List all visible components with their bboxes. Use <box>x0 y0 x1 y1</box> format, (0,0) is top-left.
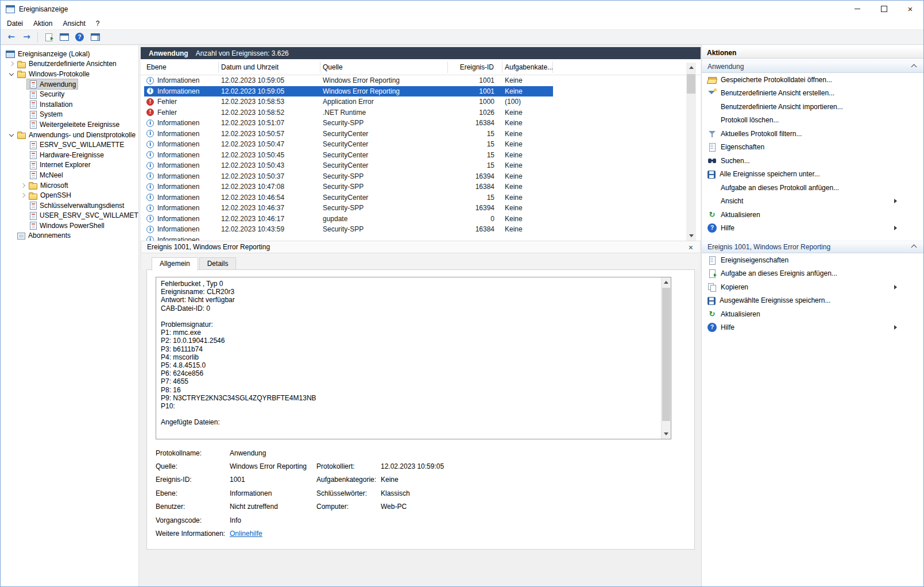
tree-item-windows-protokolle[interactable]: Windows-Protokolle <box>1 69 138 79</box>
tree-indent <box>1 185 19 186</box>
action-kopieren[interactable]: Kopieren <box>702 280 923 294</box>
subscriptions-icon <box>17 233 25 240</box>
column-header-datum-und-uhrzeit[interactable]: Datum und Uhrzeit <box>219 61 320 73</box>
tree-item-microsoft[interactable]: Microsoft <box>1 180 138 191</box>
tree-indent <box>1 165 19 165</box>
tree-item-openssh[interactable]: OpenSSH <box>1 190 138 200</box>
tree-item-hardware-ereignisse[interactable]: Hardware-Ereignisse <box>1 150 138 160</box>
column-header-aufgabenkate[interactable]: Aufgabenkate... <box>502 61 553 73</box>
event-row[interactable]: Informationen <box>144 235 553 241</box>
event-row[interactable]: Informationen12.02.2023 10:50:37Security… <box>144 171 553 182</box>
action-alle-ereignisse-speichern-unter[interactable]: Alle Ereignisse speichern unter... <box>702 168 923 181</box>
chevron-expanded-icon[interactable] <box>7 70 16 78</box>
tree-item-esrv-svc-willamette[interactable]: ESRV_SVC_WILLAMETTE <box>1 140 138 150</box>
action-protokoll-l-schen[interactable]: Protokoll löschen... <box>702 114 923 128</box>
event-row[interactable]: Fehler12.02.2023 10:58:53Application Err… <box>144 96 553 107</box>
chevron-collapsed-icon[interactable] <box>19 191 27 199</box>
action-aufgabe-an-dieses-protokoll-anf-gen[interactable]: Aufgabe an dieses Protokoll anfügen... <box>702 181 923 195</box>
tree-item-box: Anwendungs- und Dienstprotokolle <box>16 130 137 140</box>
action-aktualisieren[interactable]: Aktualisieren <box>702 208 923 222</box>
action-benutzerdefinierte-ansicht-erstellen[interactable]: Benutzerdefinierte Ansicht erstellen... <box>702 87 923 101</box>
menu-item-aktion[interactable]: Aktion <box>28 18 57 29</box>
folder-icon <box>17 133 26 139</box>
action-suchen[interactable]: Suchen... <box>702 154 923 168</box>
column-header-quelle[interactable]: Quelle <box>320 61 448 73</box>
export-icon[interactable] <box>41 30 56 44</box>
event-row[interactable]: Informationen12.02.2023 10:50:45Security… <box>144 150 553 161</box>
scroll-up-icon[interactable] <box>686 63 696 72</box>
close-icon[interactable]: × <box>689 241 693 254</box>
event-row[interactable]: Informationen12.02.2023 10:46:54Security… <box>144 192 553 203</box>
back-icon[interactable] <box>4 30 18 44</box>
tree-item-benutzerdefinierte-ansichten[interactable]: Benutzerdefinierte Ansichten <box>1 59 138 69</box>
column-header-ereignis-id[interactable]: Ereignis-ID <box>448 61 502 73</box>
tree-item-installation[interactable]: Installation <box>1 99 138 110</box>
event-row[interactable]: Informationen12.02.2023 10:47:08Security… <box>144 181 553 192</box>
action-ausgew-hlte-ereignisse-speichern[interactable]: Ausgewählte Ereignisse speichern... <box>702 294 923 308</box>
action-section-header-anwendung[interactable]: Anwendung <box>702 60 923 73</box>
action-gespeicherte-protokolldatei-ffnen[interactable]: Gespeicherte Protokolldatei öffnen... <box>702 73 923 87</box>
tree-item-anwendung[interactable]: Anwendung <box>1 79 138 90</box>
action-aufgabe-an-dieses-ereignis-anf-gen[interactable]: Aufgabe an dieses Ereignis anfügen... <box>702 267 923 281</box>
close-button[interactable]: × <box>897 1 923 17</box>
column-header-ebene[interactable]: Ebene <box>144 61 219 73</box>
tree-item-internet-explorer[interactable]: Internet Explorer <box>1 160 138 171</box>
event-row[interactable]: Informationen12.02.2023 10:50:57Security… <box>144 129 553 140</box>
action-ansicht[interactable]: Ansicht <box>702 195 923 208</box>
tree-item-user-esrv-svc-willamette[interactable]: USER_ESRV_SVC_WILLAMETTE <box>1 211 138 221</box>
event-row[interactable]: Informationen12.02.2023 10:59:05Windows … <box>144 75 553 86</box>
tree-item-anwendungs-und-dienstprotokolle[interactable]: Anwendungs- und Dienstprotokolle <box>1 130 138 140</box>
collapse-chevron-icon[interactable] <box>911 64 917 69</box>
tree-item-schl-sselverwaltungsdienst[interactable]: Schlüsselverwaltungsdienst <box>1 200 138 211</box>
minimize-button[interactable] <box>844 1 871 17</box>
event-row[interactable]: Informationen12.02.2023 10:51:07Security… <box>144 118 553 129</box>
event-row[interactable]: Informationen12.02.2023 10:46:17gupdate0… <box>144 214 553 225</box>
tree-item-box: Windows-Protokolle <box>16 69 91 79</box>
action-eigenschaften[interactable]: Eigenschaften <box>702 141 923 155</box>
menu-item-datei[interactable]: Datei <box>2 18 28 29</box>
online-help-link[interactable]: Onlinehilfe <box>230 530 316 538</box>
scrollbar-thumb[interactable] <box>662 288 670 421</box>
tree-item-ereignisanzeige-lokal[interactable]: Ereignisanzeige (Lokal) <box>1 49 138 59</box>
event-row[interactable]: Informationen12.02.2023 10:59:05Windows … <box>144 86 553 97</box>
scroll-down-icon[interactable] <box>686 231 696 241</box>
scroll-up-icon[interactable] <box>662 277 671 287</box>
tree-item-windows-powershell[interactable]: Windows PowerShell <box>1 221 138 231</box>
forward-icon[interactable] <box>20 30 34 44</box>
tab-allgemein[interactable]: Allgemein <box>152 257 198 271</box>
action-hilfe[interactable]: Hilfe <box>702 222 923 235</box>
action-pane-icon[interactable] <box>88 30 102 44</box>
event-list-scrollbar[interactable] <box>686 63 696 241</box>
tree-item-weitergeleitete-ereignisse[interactable]: Weitergeleitete Ereignisse <box>1 119 138 130</box>
event-row[interactable]: Informationen12.02.2023 10:50:47Security… <box>144 139 553 150</box>
cell-level: Informationen <box>144 235 219 241</box>
collapse-chevron-icon[interactable] <box>911 244 917 250</box>
chevron-collapsed-icon[interactable] <box>7 60 16 68</box>
menu-item-help[interactable]: ? <box>91 18 105 29</box>
console-window-icon[interactable] <box>57 30 71 44</box>
tree-item-abonnements[interactable]: Abonnements <box>1 231 138 241</box>
action-section-header-ereignis-1001-windows-error-reporting[interactable]: Ereignis 1001, Windows Error Reporting <box>702 241 923 253</box>
detail-title: Ereignis 1001, Windows Error Reporting <box>147 243 270 251</box>
help-icon[interactable] <box>72 30 87 44</box>
action-hilfe[interactable]: Hilfe <box>702 321 923 335</box>
action-ereigniseigenschaften[interactable]: Ereigniseigenschaften <box>702 253 923 267</box>
menu-item-ansicht[interactable]: Ansicht <box>57 18 90 29</box>
event-row[interactable]: Fehler12.02.2023 10:58:52.NET Runtime102… <box>144 107 553 118</box>
event-row[interactable]: Informationen12.02.2023 10:46:37Security… <box>144 203 553 214</box>
scroll-down-icon[interactable] <box>662 429 671 439</box>
tree-item-security[interactable]: Security <box>1 89 138 99</box>
action-aktuelles-protokoll-filtern[interactable]: Aktuelles Protokoll filtern... <box>702 127 923 141</box>
chevron-collapsed-icon[interactable] <box>19 181 27 190</box>
maximize-button[interactable] <box>871 1 897 17</box>
event-row[interactable]: Informationen12.02.2023 10:50:43Security… <box>144 160 553 171</box>
chevron-expanded-icon[interactable] <box>7 131 16 139</box>
scrollbar-thumb[interactable] <box>687 74 695 94</box>
event-row[interactable]: Informationen12.02.2023 10:43:59Security… <box>144 224 553 235</box>
action-aktualisieren[interactable]: Aktualisieren <box>702 307 923 321</box>
action-benutzerdefinierte-ansicht-importieren[interactable]: Benutzerdefinierte Ansicht importieren..… <box>702 100 923 114</box>
tree-item-system[interactable]: System <box>1 110 138 120</box>
tree-item-mcneel[interactable]: McNeel <box>1 170 138 180</box>
description-scrollbar[interactable] <box>661 277 671 439</box>
tab-details[interactable]: Details <box>199 257 237 270</box>
